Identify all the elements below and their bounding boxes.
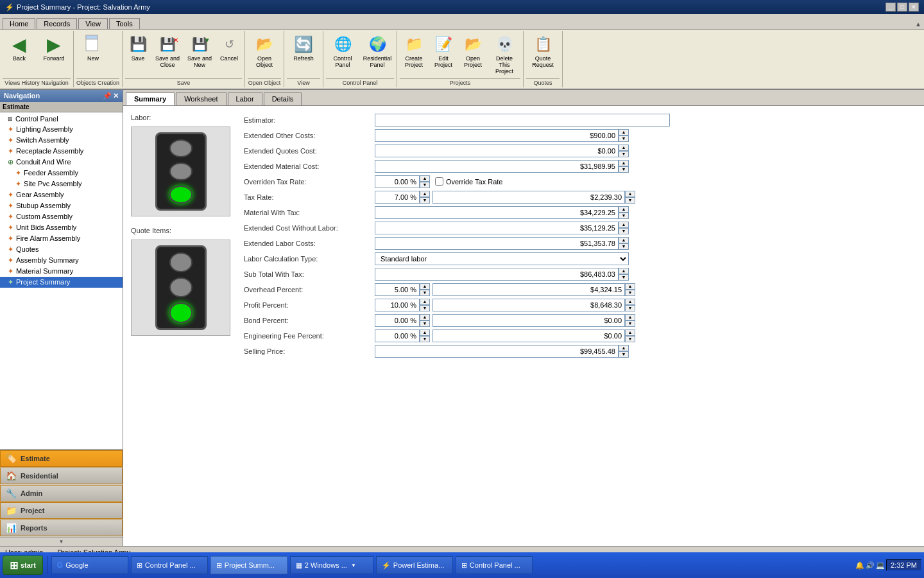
override-tax-rate-checkbox[interactable] (435, 177, 443, 186)
extended-other-costs-input[interactable] (375, 129, 619, 142)
extended-material-cost-down[interactable]: ▼ (619, 166, 629, 173)
extended-material-cost-input[interactable] (375, 160, 619, 173)
selling-price-up[interactable]: ▲ (619, 345, 629, 351)
overhead-pct-up[interactable]: ▲ (420, 283, 430, 290)
save-new-button[interactable]: 💾 ▼ Save and New (184, 32, 215, 71)
extended-quotes-cost-up[interactable]: ▲ (619, 144, 629, 151)
nav-item-switch[interactable]: ✦ Switch Assembly (0, 135, 123, 146)
edit-project-button[interactable]: 📝 Edit Project (429, 32, 458, 71)
overhead-value-input[interactable] (432, 283, 625, 296)
nav-item-gear[interactable]: ✦ Gear Assembly (0, 189, 123, 200)
nav-bottom-arrow[interactable]: ▼ (0, 537, 123, 546)
delete-project-button[interactable]: 💀 Delete This Project (488, 32, 520, 77)
overhead-pct-down[interactable]: ▼ (420, 290, 430, 296)
selling-price-input[interactable] (375, 345, 619, 358)
open-project-button[interactable]: 📂 Open Project (459, 32, 487, 71)
profit-pct-down[interactable]: ▼ (420, 305, 430, 311)
overhead-value-up[interactable]: ▲ (625, 283, 635, 290)
taskbar-google[interactable]: G Google (51, 556, 128, 574)
selling-price-down[interactable]: ▼ (619, 351, 629, 358)
extended-labor-costs-input[interactable] (375, 237, 619, 250)
restore-button[interactable]: □ (897, 3, 907, 12)
2win-dropdown[interactable]: ▼ (351, 563, 356, 568)
extended-material-cost-up[interactable]: ▲ (619, 160, 629, 166)
bond-pct-input[interactable] (375, 314, 420, 327)
bond-value-input[interactable] (432, 314, 625, 327)
back-button[interactable]: ◀ Back (3, 32, 36, 71)
bond-pct-down[interactable]: ▼ (420, 320, 430, 327)
labor-calc-type-select[interactable]: Standard labor Custom labor Unit price (375, 252, 629, 265)
create-project-button[interactable]: 📁 Create Project (400, 32, 428, 71)
taskbar-control-panel-2[interactable]: ⊞ Control Panel ... (456, 556, 533, 574)
section-btn-estimate[interactable]: 🏷️ Estimate (0, 450, 123, 467)
profit-value-up[interactable]: ▲ (625, 299, 635, 305)
tab-view[interactable]: View (78, 18, 108, 29)
tab-records[interactable]: Records (37, 18, 77, 29)
profit-pct-up[interactable]: ▲ (420, 299, 430, 305)
overridden-tax-rate-input[interactable] (375, 175, 420, 188)
estimator-input[interactable] (375, 114, 670, 127)
close-button[interactable]: ✕ (909, 3, 919, 12)
tax-rate-up[interactable]: ▲ (420, 191, 430, 197)
nav-item-quotes[interactable]: ✦ Quotes (0, 244, 123, 255)
extended-cost-no-labor-input[interactable] (375, 222, 619, 234)
nav-item-fire-alarm[interactable]: ✦ Fire Alarm Assembly (0, 233, 123, 244)
nav-item-assembly-summary[interactable]: ✦ Assembly Summary (0, 255, 123, 266)
nav-item-receptacle[interactable]: ✦ Receptacle Assembly (0, 146, 123, 157)
nav-item-lighting[interactable]: ✦ Lighting Assembly (0, 124, 123, 135)
material-with-tax-down[interactable]: ▼ (619, 213, 629, 219)
section-btn-project[interactable]: 📁 Project (0, 502, 123, 519)
overridden-tax-rate-down[interactable]: ▼ (420, 182, 430, 188)
extended-other-costs-down[interactable]: ▼ (619, 136, 629, 142)
sub-total-input[interactable] (375, 268, 619, 281)
cancel-button[interactable]: ↺ Cancel (216, 32, 242, 71)
taskbar-powerl-estima[interactable]: ⚡ Powerl Estima... (376, 556, 453, 574)
ribbon-expand[interactable]: ▲ (915, 21, 921, 29)
profit-value-input[interactable] (432, 299, 625, 311)
save-close-button[interactable]: 💾 ✕ Save and Close (152, 32, 183, 71)
nav-item-control-panel[interactable]: ⊞ Control Panel (0, 114, 123, 124)
profit-value-down[interactable]: ▼ (625, 305, 635, 311)
nav-item-conduit[interactable]: ⊕ Conduit And Wire (0, 157, 123, 168)
tax-rate-value-up[interactable]: ▲ (625, 191, 635, 197)
start-button[interactable]: ⊞ start (3, 556, 43, 575)
overhead-pct-input[interactable] (375, 283, 420, 296)
engineering-fee-value-down[interactable]: ▼ (625, 336, 635, 342)
extended-other-costs-up[interactable]: ▲ (619, 129, 629, 136)
engineering-fee-pct-down[interactable]: ▼ (420, 336, 430, 342)
taskbar-project-summary[interactable]: ⊞ Project Summ... (210, 556, 287, 574)
material-with-tax-up[interactable]: ▲ (619, 206, 629, 213)
overridden-tax-rate-up[interactable]: ▲ (420, 175, 430, 182)
nav-close[interactable]: ✕ (113, 92, 119, 100)
nav-pin[interactable]: 📌 (103, 92, 112, 100)
sub-total-down[interactable]: ▼ (619, 274, 629, 281)
control-panel-button[interactable]: 🌐 Control Panel (326, 32, 359, 71)
nav-item-project-summary[interactable]: ✦ Project Summary (0, 277, 123, 288)
tax-rate-value-input[interactable] (432, 191, 625, 204)
sub-total-up[interactable]: ▲ (619, 268, 629, 274)
taskbar-control-panel-1[interactable]: ⊞ Control Panel ... (131, 556, 208, 574)
tab-tools[interactable]: Tools (109, 18, 140, 29)
save-button[interactable]: 💾 Save (125, 32, 151, 71)
section-btn-residential[interactable]: 🏠 Residential (0, 468, 123, 484)
engineering-fee-pct-input[interactable] (375, 329, 420, 342)
nav-item-stubup[interactable]: ✦ Stubup Assembly (0, 200, 123, 211)
forward-button[interactable]: ▶ Forward (37, 32, 71, 71)
tab-summary[interactable]: Summary (126, 92, 175, 105)
profit-pct-input[interactable] (375, 299, 420, 311)
engineering-fee-value-up[interactable]: ▲ (625, 329, 635, 336)
new-button[interactable]: New (76, 32, 110, 71)
tab-home[interactable]: Home (3, 18, 35, 29)
section-btn-reports[interactable]: 📊 Reports (0, 520, 123, 536)
section-btn-admin[interactable]: 🔧 Admin (0, 485, 123, 502)
open-object-button[interactable]: 📂 Open Object (248, 32, 281, 71)
extended-quotes-cost-input[interactable] (375, 144, 619, 157)
residential-panel-button[interactable]: 🌍 Residential Panel (361, 32, 394, 71)
engineering-fee-pct-up[interactable]: ▲ (420, 329, 430, 336)
tax-rate-pct-input[interactable] (375, 191, 420, 204)
extended-cost-no-labor-up[interactable]: ▲ (619, 222, 629, 228)
bond-value-up[interactable]: ▲ (625, 314, 635, 320)
nav-item-unit-bids[interactable]: ✦ Unit Bids Assembly (0, 222, 123, 233)
minimize-button[interactable]: _ (886, 3, 896, 12)
refresh-button[interactable]: 🔄 Refresh (287, 32, 320, 71)
